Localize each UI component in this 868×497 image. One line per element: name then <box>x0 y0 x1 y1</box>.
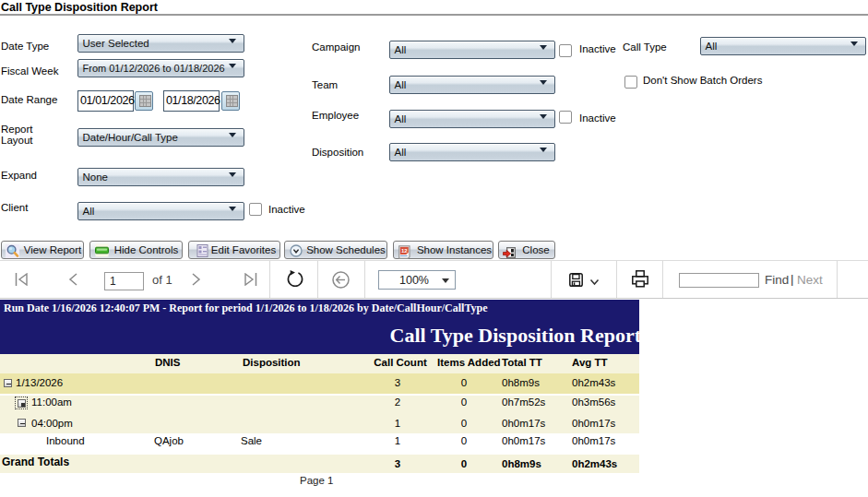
svg-text:12: 12 <box>401 248 408 254</box>
